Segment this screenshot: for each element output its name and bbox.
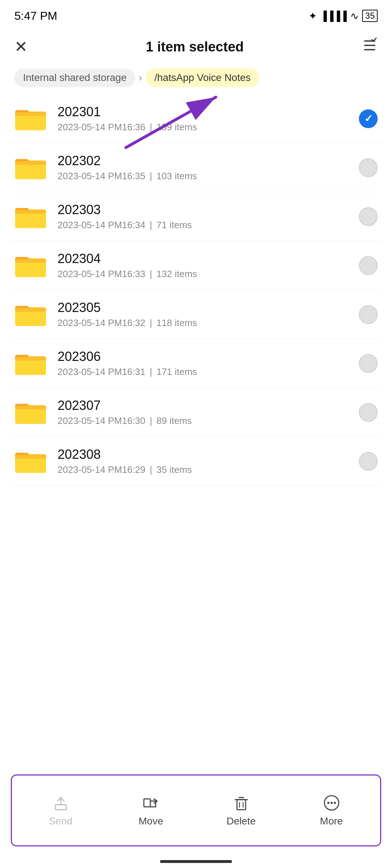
- file-meta: 2023-05-14 PM16:35|103 items: [58, 171, 359, 182]
- folder-icon: [14, 448, 47, 475]
- close-button[interactable]: ✕: [14, 39, 28, 55]
- more-label: More: [320, 815, 343, 827]
- file-meta: 2023-05-14 PM16:34|71 items: [58, 220, 359, 231]
- folder-icon: [14, 301, 47, 328]
- file-info: 2023022023-05-14 PM16:35|103 items: [58, 153, 359, 182]
- selection-checkbox[interactable]: [359, 452, 378, 471]
- file-info: 2023012023-05-14 PM16:36|159 items: [58, 104, 359, 133]
- breadcrumb: Internal shared storage › /hatsApp Voice…: [0, 65, 392, 94]
- svg-rect-32: [15, 357, 46, 361]
- breadcrumb-whatsapp-voice-notes[interactable]: /hatsApp Voice Notes: [146, 68, 259, 87]
- file-meta: 2023-05-14 PM16:32|118 items: [58, 317, 359, 329]
- file-name: 202306: [58, 349, 359, 364]
- file-name: 202307: [58, 398, 359, 413]
- file-info: 2023072023-05-14 PM16:30|89 items: [58, 398, 359, 426]
- svg-rect-47: [144, 799, 150, 807]
- list-item[interactable]: 2023082023-05-14 PM16:29|35 items: [11, 437, 381, 486]
- svg-point-54: [327, 802, 329, 804]
- list-item[interactable]: 2023032023-05-14 PM16:34|71 items: [11, 192, 381, 241]
- list-item[interactable]: 2023022023-05-14 PM16:35|103 items: [11, 143, 381, 192]
- svg-rect-42: [15, 455, 46, 458]
- file-list: 2023012023-05-14 PM16:36|159 items 20230…: [0, 94, 392, 486]
- status-time: 5:47 PM: [14, 9, 57, 23]
- breadcrumb-internal-storage[interactable]: Internal shared storage: [14, 68, 135, 87]
- file-meta: 2023-05-14 PM16:33|132 items: [58, 268, 359, 280]
- file-name: 202304: [58, 251, 359, 266]
- folder-icon: [14, 105, 47, 132]
- file-name: 202303: [58, 202, 359, 217]
- wifi-icon: ∿: [350, 10, 359, 22]
- file-meta: 2023-05-14 PM16:29|35 items: [58, 464, 359, 475]
- signal-icon: ▐▐▐▐: [320, 10, 347, 22]
- menu-button[interactable]: [362, 37, 378, 56]
- svg-rect-45: [55, 805, 66, 810]
- svg-rect-12: [15, 161, 46, 165]
- delete-label: Delete: [227, 815, 256, 827]
- breadcrumb-separator: ›: [139, 72, 142, 83]
- file-name: 202301: [58, 104, 359, 119]
- bottom-action-bar: Send Move Delete More: [11, 774, 381, 846]
- selection-checkbox[interactable]: [359, 109, 378, 128]
- delete-icon: [232, 794, 250, 812]
- send-label: Send: [49, 815, 72, 827]
- header-title: 1 item selected: [146, 39, 243, 55]
- battery-icon: 35: [362, 10, 378, 22]
- bluetooth-icon: ✦: [309, 10, 317, 22]
- selection-checkbox[interactable]: [359, 354, 378, 373]
- list-item[interactable]: 2023012023-05-14 PM16:36|159 items: [11, 94, 381, 143]
- send-icon: [52, 794, 70, 812]
- delete-button[interactable]: Delete: [216, 794, 266, 827]
- folder-icon: [14, 203, 47, 230]
- folder-icon: [14, 399, 47, 426]
- list-item[interactable]: 2023062023-05-14 PM16:31|171 items: [11, 339, 381, 388]
- svg-point-55: [331, 802, 333, 804]
- selection-checkbox[interactable]: [359, 305, 378, 324]
- file-meta: 2023-05-14 PM16:30|89 items: [58, 415, 359, 426]
- more-icon: [323, 794, 341, 812]
- svg-rect-7: [15, 112, 46, 116]
- file-info: 2023032023-05-14 PM16:34|71 items: [58, 202, 359, 231]
- file-meta: 2023-05-14 PM16:31|171 items: [58, 366, 359, 378]
- list-item[interactable]: 2023042023-05-14 PM16:33|132 items: [11, 241, 381, 290]
- file-name: 202308: [58, 447, 359, 462]
- selection-checkbox[interactable]: [359, 207, 378, 226]
- checklist-icon: [362, 37, 378, 53]
- move-label: Move: [138, 815, 163, 827]
- status-bar: 5:47 PM ✦ ▐▐▐▐ ∿ 35: [0, 0, 392, 29]
- file-name: 202305: [58, 300, 359, 315]
- file-info: 2023062023-05-14 PM16:31|171 items: [58, 349, 359, 378]
- selection-checkbox[interactable]: [359, 158, 378, 177]
- file-info: 2023082023-05-14 PM16:29|35 items: [58, 447, 359, 475]
- move-button[interactable]: Move: [126, 794, 176, 827]
- header: ✕ 1 item selected: [0, 29, 392, 65]
- more-button[interactable]: More: [306, 794, 357, 827]
- home-indicator: [160, 860, 232, 863]
- svg-rect-48: [237, 800, 246, 810]
- svg-rect-22: [15, 259, 46, 263]
- file-name: 202302: [58, 153, 359, 168]
- file-info: 2023042023-05-14 PM16:33|132 items: [58, 251, 359, 280]
- selection-checkbox[interactable]: [359, 403, 378, 422]
- svg-rect-27: [15, 308, 46, 312]
- folder-icon: [14, 350, 47, 377]
- svg-rect-17: [15, 210, 46, 214]
- list-item[interactable]: 2023052023-05-14 PM16:32|118 items: [11, 290, 381, 339]
- file-meta: 2023-05-14 PM16:36|159 items: [58, 122, 359, 133]
- svg-rect-37: [15, 406, 46, 410]
- send-button[interactable]: Send: [36, 794, 86, 827]
- status-icons: ✦ ▐▐▐▐ ∿ 35: [309, 10, 378, 22]
- list-item[interactable]: 2023072023-05-14 PM16:30|89 items: [11, 388, 381, 437]
- svg-point-56: [334, 802, 336, 804]
- move-icon: [142, 794, 160, 812]
- selection-checkbox[interactable]: [359, 256, 378, 275]
- folder-icon: [14, 252, 47, 279]
- folder-icon: [14, 154, 47, 181]
- file-info: 2023052023-05-14 PM16:32|118 items: [58, 300, 359, 329]
